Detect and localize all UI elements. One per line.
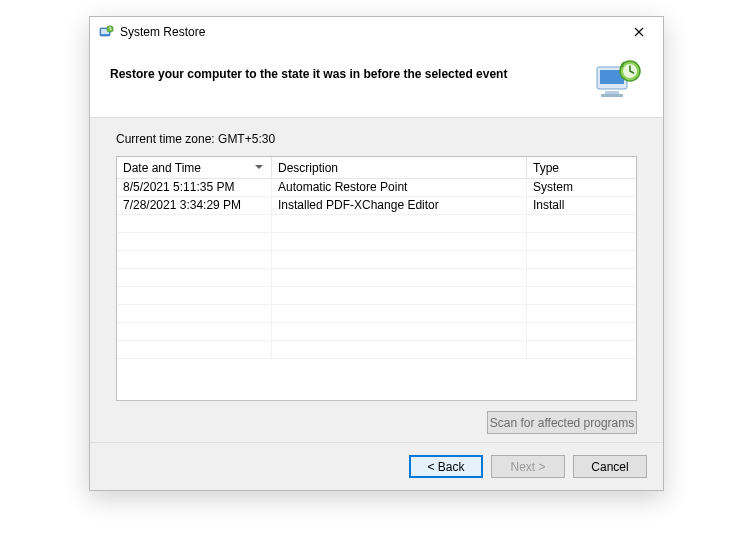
column-date[interactable]: Date and Time [117,157,272,178]
cell-type [527,305,636,322]
cell-description [272,215,527,232]
back-button[interactable]: < Back [409,455,483,478]
cell-description [272,269,527,286]
cell-date [117,233,272,250]
header: Restore your computer to the state it wa… [90,47,663,118]
cell-type [527,269,636,286]
cell-date [117,341,272,358]
cell-description [272,323,527,340]
table-row [117,323,636,341]
table-row [117,305,636,323]
table-row [117,269,636,287]
cell-description: Automatic Restore Point [272,179,527,196]
cell-date [117,287,272,304]
table-body: 8/5/2021 5:11:35 PMAutomatic Restore Poi… [117,179,636,400]
header-heading: Restore your computer to the state it wa… [110,57,591,81]
cell-type: Install [527,197,636,214]
footer: < Back Next > Cancel [90,442,663,490]
cancel-button[interactable]: Cancel [573,455,647,478]
restore-points-table: Date and Time Description Type 8/5/2021 … [116,156,637,401]
next-button[interactable]: Next > [491,455,565,478]
restore-big-icon [591,57,643,103]
table-row [117,341,636,359]
scan-row: Scan for affected programs [116,411,637,434]
table-row [117,287,636,305]
cell-type [527,341,636,358]
system-restore-dialog: System Restore Restore your computer to … [89,16,664,491]
table-row [117,251,636,269]
table-header: Date and Time Description Type [117,157,636,179]
cell-type: System [527,179,636,196]
cell-description [272,341,527,358]
scan-affected-button[interactable]: Scan for affected programs [487,411,637,434]
cell-description [272,251,527,268]
close-button[interactable] [619,18,659,46]
svg-rect-5 [605,91,619,94]
cell-date [117,251,272,268]
cell-date: 7/28/2021 3:34:29 PM [117,197,272,214]
system-restore-icon [98,24,114,40]
table-row [117,233,636,251]
cell-date [117,215,272,232]
cell-type [527,287,636,304]
cell-type [527,233,636,250]
table-row[interactable]: 8/5/2021 5:11:35 PMAutomatic Restore Poi… [117,179,636,197]
column-type[interactable]: Type [527,157,636,178]
close-icon [634,27,644,37]
cell-date [117,269,272,286]
column-description[interactable]: Description [272,157,527,178]
cell-date: 8/5/2021 5:11:35 PM [117,179,272,196]
table-row [117,215,636,233]
cell-type [527,215,636,232]
cell-description [272,233,527,250]
cell-date [117,305,272,322]
cell-description: Installed PDF-XChange Editor [272,197,527,214]
titlebar: System Restore [90,17,663,47]
svg-rect-6 [601,94,623,97]
cell-type [527,323,636,340]
cell-description [272,305,527,322]
cell-date [117,323,272,340]
timezone-label: Current time zone: GMT+5:30 [116,132,637,146]
body: Current time zone: GMT+5:30 Date and Tim… [90,118,663,442]
cell-description [272,287,527,304]
table-row[interactable]: 7/28/2021 3:34:29 PMInstalled PDF-XChang… [117,197,636,215]
window-title: System Restore [120,25,619,39]
cell-type [527,251,636,268]
